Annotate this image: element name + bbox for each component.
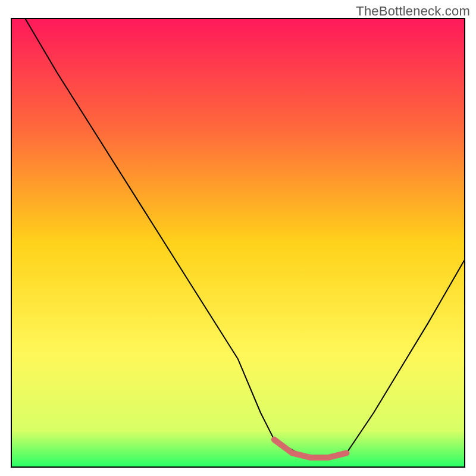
watermark-text: TheBottleneck.com bbox=[356, 4, 470, 19]
plot-area bbox=[11, 18, 465, 468]
chart-svg bbox=[12, 19, 464, 466]
chart-stage: TheBottleneck.com bbox=[0, 0, 476, 476]
gradient-bg bbox=[12, 19, 464, 466]
